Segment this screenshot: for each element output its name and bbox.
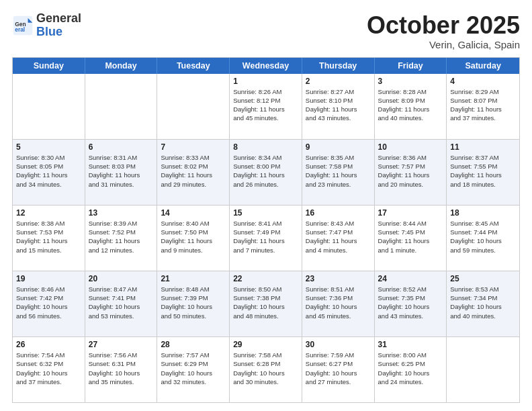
location: Verin, Galicia, Spain xyxy=(367,39,520,50)
cal-cell: 26Sunrise: 7:54 AM Sunset: 6:32 PM Dayli… xyxy=(13,337,85,402)
logo-icon: Gen eral xyxy=(12,15,34,36)
header-friday: Friday xyxy=(375,58,447,74)
day-number: 24 xyxy=(378,274,443,283)
day-info: Sunrise: 8:31 AM Sunset: 8:03 PM Dayligh… xyxy=(89,153,154,189)
header-wednesday: Wednesday xyxy=(230,58,302,74)
day-number: 4 xyxy=(450,77,516,86)
day-info: Sunrise: 8:46 AM Sunset: 7:42 PM Dayligh… xyxy=(16,285,81,320)
day-number: 1 xyxy=(233,77,298,86)
day-info: Sunrise: 8:43 AM Sunset: 7:47 PM Dayligh… xyxy=(306,219,371,255)
logo: Gen eral General Blue xyxy=(12,12,81,39)
day-number: 7 xyxy=(161,142,226,152)
day-number: 9 xyxy=(306,142,371,152)
logo-text: General Blue xyxy=(36,12,81,39)
day-number: 14 xyxy=(161,208,226,218)
day-info: Sunrise: 8:44 AM Sunset: 7:45 PM Dayligh… xyxy=(378,219,443,255)
day-number: 11 xyxy=(450,142,516,152)
cal-cell: 31Sunrise: 8:00 AM Sunset: 6:25 PM Dayli… xyxy=(375,337,447,402)
cal-row-4: 26Sunrise: 7:54 AM Sunset: 6:32 PM Dayli… xyxy=(13,336,519,402)
calendar: Sunday Monday Tuesday Wednesday Thursday… xyxy=(12,57,520,403)
day-info: Sunrise: 7:59 AM Sunset: 6:27 PM Dayligh… xyxy=(306,351,371,386)
cal-cell: 17Sunrise: 8:44 AM Sunset: 7:45 PM Dayli… xyxy=(375,205,447,271)
day-number: 20 xyxy=(89,274,154,283)
day-number: 31 xyxy=(378,340,443,349)
cal-cell: 20Sunrise: 8:47 AM Sunset: 7:41 PM Dayli… xyxy=(85,271,158,336)
day-number: 21 xyxy=(161,274,226,283)
cal-cell: 29Sunrise: 7:58 AM Sunset: 6:28 PM Dayli… xyxy=(230,337,302,402)
cal-cell: 11Sunrise: 8:37 AM Sunset: 7:55 PM Dayli… xyxy=(447,140,519,205)
day-info: Sunrise: 8:34 AM Sunset: 8:00 PM Dayligh… xyxy=(233,153,298,189)
cal-cell: 18Sunrise: 8:45 AM Sunset: 7:44 PM Dayli… xyxy=(447,205,519,271)
day-info: Sunrise: 7:54 AM Sunset: 6:32 PM Dayligh… xyxy=(16,351,81,386)
day-number: 26 xyxy=(16,340,81,349)
calendar-body: 1Sunrise: 8:26 AM Sunset: 8:12 PM Daylig… xyxy=(13,74,519,402)
cal-cell: 30Sunrise: 7:59 AM Sunset: 6:27 PM Dayli… xyxy=(302,337,375,402)
day-info: Sunrise: 8:27 AM Sunset: 8:10 PM Dayligh… xyxy=(306,87,371,123)
calendar-header: Sunday Monday Tuesday Wednesday Thursday… xyxy=(13,58,519,74)
cal-cell xyxy=(85,74,158,139)
day-number: 28 xyxy=(161,340,226,349)
day-info: Sunrise: 8:51 AM Sunset: 7:36 PM Dayligh… xyxy=(306,285,371,320)
day-info: Sunrise: 8:26 AM Sunset: 8:12 PM Dayligh… xyxy=(233,87,298,123)
cal-cell: 2Sunrise: 8:27 AM Sunset: 8:10 PM Daylig… xyxy=(302,74,375,139)
day-info: Sunrise: 8:29 AM Sunset: 8:07 PM Dayligh… xyxy=(450,87,516,123)
day-number: 25 xyxy=(450,274,516,283)
cal-cell: 22Sunrise: 8:50 AM Sunset: 7:38 PM Dayli… xyxy=(230,271,302,336)
cal-cell: 24Sunrise: 8:52 AM Sunset: 7:35 PM Dayli… xyxy=(375,271,447,336)
page: Gen eral General Blue October 2025 Verin… xyxy=(0,0,532,411)
header-thursday: Thursday xyxy=(302,58,375,74)
day-info: Sunrise: 8:00 AM Sunset: 6:25 PM Dayligh… xyxy=(378,351,443,386)
cal-cell: 4Sunrise: 8:29 AM Sunset: 8:07 PM Daylig… xyxy=(447,74,519,139)
day-number: 5 xyxy=(16,142,81,152)
day-number: 2 xyxy=(306,77,371,86)
cal-cell: 23Sunrise: 8:51 AM Sunset: 7:36 PM Dayli… xyxy=(302,271,375,336)
cal-cell: 6Sunrise: 8:31 AM Sunset: 8:03 PM Daylig… xyxy=(85,140,158,205)
cal-cell: 7Sunrise: 8:33 AM Sunset: 8:02 PM Daylig… xyxy=(157,140,230,205)
header-sunday: Sunday xyxy=(13,58,85,74)
cal-cell: 10Sunrise: 8:36 AM Sunset: 7:57 PM Dayli… xyxy=(375,140,447,205)
day-number: 30 xyxy=(306,340,371,349)
day-info: Sunrise: 8:50 AM Sunset: 7:38 PM Dayligh… xyxy=(233,285,298,320)
day-number: 29 xyxy=(233,340,298,349)
day-number: 19 xyxy=(16,274,81,283)
cal-cell: 14Sunrise: 8:40 AM Sunset: 7:50 PM Dayli… xyxy=(157,205,230,271)
day-info: Sunrise: 8:38 AM Sunset: 7:53 PM Dayligh… xyxy=(16,219,81,255)
cal-cell: 28Sunrise: 7:57 AM Sunset: 6:29 PM Dayli… xyxy=(157,337,230,402)
day-number: 16 xyxy=(306,208,371,218)
day-number: 8 xyxy=(233,142,298,152)
cal-cell: 25Sunrise: 8:53 AM Sunset: 7:34 PM Dayli… xyxy=(447,271,519,336)
day-number: 22 xyxy=(233,274,298,283)
cal-row-0: 1Sunrise: 8:26 AM Sunset: 8:12 PM Daylig… xyxy=(13,74,519,139)
header-saturday: Saturday xyxy=(447,58,519,74)
month-title: October 2025 xyxy=(367,12,520,39)
day-info: Sunrise: 8:40 AM Sunset: 7:50 PM Dayligh… xyxy=(161,219,226,255)
day-number: 3 xyxy=(378,77,443,86)
day-info: Sunrise: 7:56 AM Sunset: 6:31 PM Dayligh… xyxy=(89,351,154,386)
day-number: 23 xyxy=(306,274,371,283)
cal-cell: 15Sunrise: 8:41 AM Sunset: 7:49 PM Dayli… xyxy=(230,205,302,271)
cal-cell: 8Sunrise: 8:34 AM Sunset: 8:00 PM Daylig… xyxy=(230,140,302,205)
day-info: Sunrise: 7:57 AM Sunset: 6:29 PM Dayligh… xyxy=(161,351,226,386)
day-info: Sunrise: 8:45 AM Sunset: 7:44 PM Dayligh… xyxy=(450,219,516,255)
day-number: 12 xyxy=(16,208,81,218)
cal-cell: 19Sunrise: 8:46 AM Sunset: 7:42 PM Dayli… xyxy=(13,271,85,336)
day-info: Sunrise: 8:30 AM Sunset: 8:05 PM Dayligh… xyxy=(16,153,81,189)
day-number: 10 xyxy=(378,142,443,152)
day-info: Sunrise: 8:33 AM Sunset: 8:02 PM Dayligh… xyxy=(161,153,226,189)
day-info: Sunrise: 8:52 AM Sunset: 7:35 PM Dayligh… xyxy=(378,285,443,320)
day-number: 6 xyxy=(89,142,154,152)
day-info: Sunrise: 8:39 AM Sunset: 7:52 PM Dayligh… xyxy=(89,219,154,255)
cal-cell: 3Sunrise: 8:28 AM Sunset: 8:09 PM Daylig… xyxy=(375,74,447,139)
cal-cell: 21Sunrise: 8:48 AM Sunset: 7:39 PM Dayli… xyxy=(157,271,230,336)
day-info: Sunrise: 8:28 AM Sunset: 8:09 PM Dayligh… xyxy=(378,87,443,123)
header-monday: Monday xyxy=(85,58,158,74)
header: Gen eral General Blue October 2025 Verin… xyxy=(12,12,520,50)
day-info: Sunrise: 8:48 AM Sunset: 7:39 PM Dayligh… xyxy=(161,285,226,320)
cal-cell xyxy=(447,337,519,402)
cal-cell xyxy=(13,74,85,139)
cal-cell: 13Sunrise: 8:39 AM Sunset: 7:52 PM Dayli… xyxy=(85,205,158,271)
day-info: Sunrise: 8:53 AM Sunset: 7:34 PM Dayligh… xyxy=(450,285,516,320)
cal-cell: 12Sunrise: 8:38 AM Sunset: 7:53 PM Dayli… xyxy=(13,205,85,271)
cal-cell: 9Sunrise: 8:35 AM Sunset: 7:58 PM Daylig… xyxy=(302,140,375,205)
day-info: Sunrise: 8:35 AM Sunset: 7:58 PM Dayligh… xyxy=(306,153,371,189)
